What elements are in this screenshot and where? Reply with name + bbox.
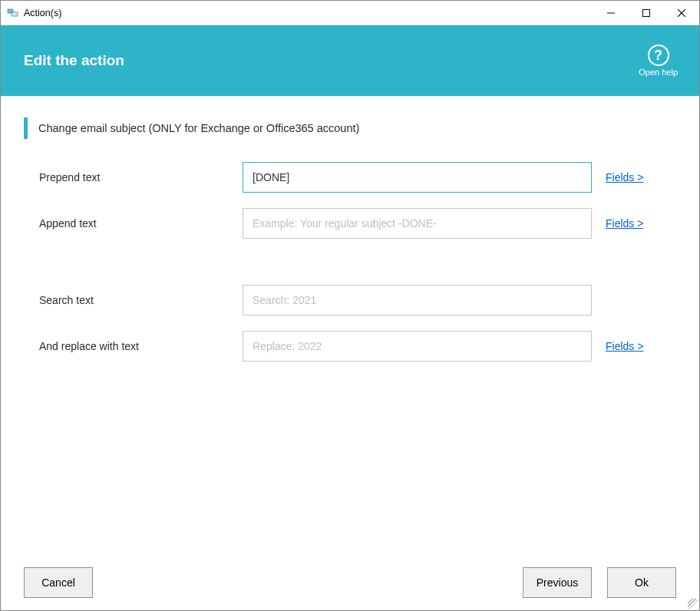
fields-link-replace[interactable]: Fields > <box>606 340 643 352</box>
prepend-input[interactable] <box>243 162 592 193</box>
append-input[interactable] <box>243 208 592 239</box>
header: Edit the action ? Open help <box>1 25 699 96</box>
svg-rect-1 <box>12 12 18 16</box>
window-title: Action(s) <box>24 8 593 18</box>
section-heading: Change email subject (ONLY for Exchange … <box>24 117 676 139</box>
cancel-button[interactable]: Cancel <box>24 567 93 598</box>
prepend-label: Prepend text <box>39 171 243 183</box>
content-area: Change email subject (ONLY for Exchange … <box>1 96 699 362</box>
maximize-button[interactable] <box>629 1 664 25</box>
minimize-button[interactable] <box>593 1 629 25</box>
open-help-button[interactable]: ? Open help <box>639 45 678 77</box>
header-title: Edit the action <box>24 52 124 69</box>
append-label: Append text <box>39 217 243 230</box>
close-button[interactable] <box>664 1 699 25</box>
ok-button[interactable]: Ok <box>607 567 676 598</box>
section-accent-bar <box>24 117 28 139</box>
help-label: Open help <box>639 68 678 77</box>
svg-rect-3 <box>643 9 650 16</box>
previous-button[interactable]: Previous <box>523 567 592 598</box>
window-controls <box>593 1 699 25</box>
prepend-row: Prepend text Fields > <box>39 162 676 193</box>
section-heading-text: Change email subject (ONLY for Exchange … <box>38 122 359 134</box>
search-input[interactable] <box>243 285 592 315</box>
search-row: Search text <box>39 285 676 315</box>
replace-row: And replace with text Fields > <box>39 331 676 362</box>
app-icon <box>7 7 19 19</box>
append-row: Append text Fields > <box>39 208 676 239</box>
replace-label: And replace with text <box>39 340 243 352</box>
footer: Cancel Previous Ok <box>1 567 699 598</box>
fields-link-append[interactable]: Fields > <box>606 217 643 230</box>
replace-input[interactable] <box>243 331 592 362</box>
fields-link-prepend[interactable]: Fields > <box>606 171 643 183</box>
search-label: Search text <box>39 294 243 306</box>
titlebar: Action(s) <box>1 1 699 25</box>
help-icon: ? <box>648 45 669 66</box>
resize-grip[interactable] <box>688 599 698 609</box>
